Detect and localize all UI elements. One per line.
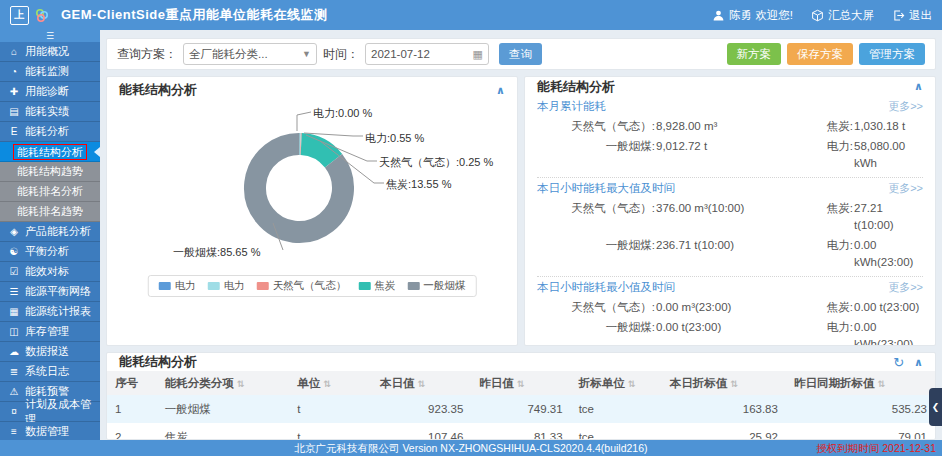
sort-icon[interactable]: ⇅ xyxy=(237,379,245,389)
legend-swatch xyxy=(159,282,171,290)
app-title: GEM-ClientSide重点用能单位能耗在线监测 xyxy=(61,6,328,24)
stat-item: 一般烟煤:9,012.72 t xyxy=(537,138,809,172)
table-column-header[interactable]: 昨日值⇅ xyxy=(471,371,570,395)
table-cell: 2 xyxy=(107,423,157,440)
sort-icon[interactable]: ⇅ xyxy=(730,379,738,389)
sidebar-item-system-log[interactable]: ≣系统日志 xyxy=(0,362,100,382)
query-plan-select[interactable]: 全厂能耗分类... ▼ xyxy=(183,43,317,65)
table-panel-title: 能耗结构分析 xyxy=(119,353,197,371)
stat-item-label: 电力: xyxy=(809,138,853,172)
more-link[interactable]: 更多>> xyxy=(888,181,923,196)
legend-item[interactable]: 焦炭 xyxy=(358,279,395,293)
sidebar-item-label: 系统日志 xyxy=(25,364,69,379)
sidebar-item-energy-monitoring[interactable]: ◔能耗监测 xyxy=(0,62,100,82)
stat-item: 焦炭:27.21 t(10:00) xyxy=(809,200,923,234)
sidebar-item-energy-actual[interactable]: ▤能耗实绩 xyxy=(0,102,100,122)
chart-panel: 能耗结构分析 ∧ 电力:0.00 % xyxy=(106,76,518,346)
sidebar-item-efficiency-benchmark[interactable]: ☑能效对标 xyxy=(0,262,100,282)
sidebar-item-energy-overview[interactable]: ⌂用能概况 xyxy=(0,42,100,62)
sidebar-item-data-submission[interactable]: ☁数据报送 xyxy=(0,342,100,362)
manage-plan-button[interactable]: 管理方案 xyxy=(859,43,925,65)
refresh-icon[interactable]: ↻ xyxy=(893,355,904,370)
stats-section-title-link[interactable]: 本月累计能耗 xyxy=(537,99,606,114)
logout-link[interactable]: 退出 xyxy=(892,8,932,23)
legend-item[interactable]: 电力 xyxy=(208,279,245,293)
table-column-header[interactable]: 单位⇅ xyxy=(289,371,372,395)
new-plan-button[interactable]: 新方案 xyxy=(727,43,782,65)
sidebar-item-structure-trend[interactable]: 能耗结构趋势 xyxy=(0,162,100,182)
stat-item-value: 1,030.18 t xyxy=(854,118,905,135)
main-content: 查询方案： 全厂能耗分类... ▼ 时间： 2021-07-12 ▦ 查询 新方… xyxy=(100,30,942,440)
sort-icon[interactable]: ⇅ xyxy=(323,379,331,389)
legend-label: 一般烟煤 xyxy=(423,279,465,293)
app-logo: 上 GEM-ClientSide重点用能单位能耗在线监测 xyxy=(10,6,328,25)
legend-item[interactable]: 一般烟煤 xyxy=(407,279,465,293)
dashboard-link[interactable]: 汇总大屏 xyxy=(811,8,874,23)
legend-swatch xyxy=(407,282,419,290)
stats-section-title-link[interactable]: 本日小时能耗最小值及时间 xyxy=(537,280,675,295)
table-cell: tce xyxy=(571,395,662,423)
stat-item: 天然气（气态）:376.00 m³(10:00) xyxy=(537,200,809,234)
sidebar-item-structure-analysis[interactable]: 能耗结构分析 xyxy=(0,142,100,162)
sort-icon[interactable]: ⇅ xyxy=(417,379,425,389)
stat-item-label: 一般烟煤: xyxy=(537,237,655,271)
user-menu[interactable]: 陈勇 欢迎您! xyxy=(712,8,793,23)
collapse-chevron-icon[interactable]: ∧ xyxy=(914,356,923,369)
sidebar-item-energy-analysis[interactable]: E能耗分析 xyxy=(0,122,100,142)
alert-bell-icon: ⚠ xyxy=(7,386,21,397)
sort-icon[interactable]: ⇅ xyxy=(877,379,885,389)
table-column-header[interactable]: 折标单位⇅ xyxy=(571,371,662,395)
table-cell: t xyxy=(289,423,372,440)
more-link[interactable]: 更多>> xyxy=(888,99,923,114)
legend-item[interactable]: 电力 xyxy=(159,279,196,293)
stat-item-label: 电力: xyxy=(809,319,853,345)
side-panel-collapse-tab[interactable]: ❮ xyxy=(929,388,942,426)
table-column-header[interactable]: 能耗分类分项⇅ xyxy=(157,371,289,395)
column-label: 单位 xyxy=(297,377,320,389)
more-link[interactable]: 更多>> xyxy=(888,280,923,295)
stat-item-value: 0.00 t(23:00) xyxy=(656,319,721,345)
chevron-down-icon: ▼ xyxy=(302,49,311,59)
table-column-header[interactable]: 本日折标值⇅ xyxy=(662,371,786,395)
sidebar-item-energy-balance-network[interactable]: ☰能源平衡网络 xyxy=(0,282,100,302)
legend-item[interactable]: 天然气（气态） xyxy=(257,279,347,293)
column-label: 昨日值 xyxy=(479,377,514,389)
chart-label-natural-gas: 天然气（气态）:0.25 % xyxy=(379,155,493,170)
stats-section-title-link[interactable]: 本日小时能耗最大值及时间 xyxy=(537,181,675,196)
dashboard-label: 汇总大屏 xyxy=(828,8,874,23)
collapse-chevron-icon[interactable]: ∧ xyxy=(914,80,923,93)
coins-icon: ◈ xyxy=(7,226,21,237)
table-cell: 535.23 xyxy=(786,395,935,423)
query-plan-label: 查询方案： xyxy=(117,46,177,63)
sidebar-item-label: 用能概况 xyxy=(25,44,69,59)
stat-item-value: 376.00 m³(10:00) xyxy=(656,200,744,234)
sidebar-collapse-toggle[interactable]: ☰ xyxy=(0,30,100,42)
save-plan-button[interactable]: 保存方案 xyxy=(787,43,853,65)
table-column-header[interactable]: 本日值⇅ xyxy=(372,371,471,395)
stat-item: 电力:0.00 kWh(23:00) xyxy=(809,319,923,345)
stats-section-head: 本日小时能耗最大值及时间更多>> xyxy=(537,181,923,196)
sidebar-item-ranking-analysis[interactable]: 能耗排名分析 xyxy=(0,182,100,202)
sidebar-item-energy-diagnosis[interactable]: ✚用能诊断 xyxy=(0,82,100,102)
stat-item: 焦炭:0.00 t(23:00) xyxy=(809,299,923,316)
sidebar-item-ranking-trend[interactable]: 能耗排名趋势 xyxy=(0,202,100,222)
search-button[interactable]: 查询 xyxy=(499,43,542,65)
sidebar-item-balance-analysis[interactable]: ☯平衡分析 xyxy=(0,242,100,262)
sidebar-item-product-energy-analysis[interactable]: ◈产品能耗分析 xyxy=(0,222,100,242)
table-cell: 81.33 xyxy=(471,423,570,440)
table-column-header[interactable]: 昨日同期折标值⇅ xyxy=(786,371,935,395)
sidebar-item-label: 能耗监测 xyxy=(25,64,69,79)
chart-label-electric-055: 电力:0.55 % xyxy=(365,131,424,146)
table-column-header: 序号 xyxy=(107,371,157,395)
sort-icon[interactable]: ⇅ xyxy=(628,379,636,389)
sort-icon[interactable]: ⇅ xyxy=(517,379,525,389)
sidebar-item-plan-cost-management[interactable]: ¤计划及成本管理 xyxy=(0,402,100,422)
sidebar-item-data-management[interactable]: ≡数据管理 xyxy=(0,422,100,440)
sidebar-item-label: 平衡分析 xyxy=(25,244,69,259)
collapse-chevron-icon[interactable]: ∧ xyxy=(496,84,505,97)
date-input[interactable]: 2021-07-12 ▦ xyxy=(365,43,489,65)
sidebar-item-energy-statistics-report[interactable]: ▦能源统计报表 xyxy=(0,302,100,322)
stats-grid: 天然气（气态）:0.00 m³(23:00)焦炭:0.00 t(23:00)一般… xyxy=(537,299,923,345)
stat-item-value: 58,080.00 kWh xyxy=(854,138,923,172)
sidebar-item-inventory-management[interactable]: ◫库存管理 xyxy=(0,322,100,342)
